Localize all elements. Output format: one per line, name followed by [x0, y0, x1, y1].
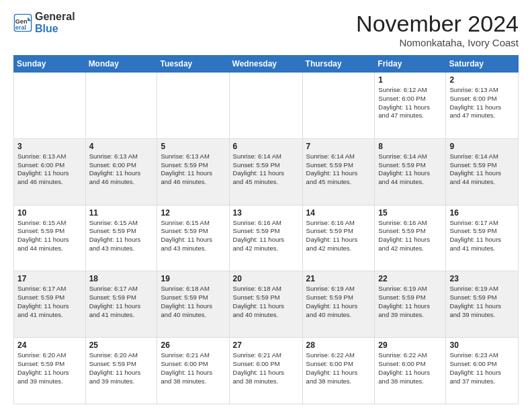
- table-cell: 8Sunrise: 6:14 AM Sunset: 5:59 PM Daylig…: [375, 138, 446, 205]
- col-monday: Monday: [85, 56, 157, 73]
- table-cell: 18Sunrise: 6:17 AM Sunset: 5:59 PM Dayli…: [85, 271, 157, 338]
- table-cell: [302, 73, 375, 139]
- table-cell: 30Sunrise: 6:23 AM Sunset: 6:00 PM Dayli…: [446, 338, 519, 404]
- day-info: Sunrise: 6:14 AM Sunset: 5:59 PM Dayligh…: [378, 152, 430, 185]
- day-info: Sunrise: 6:19 AM Sunset: 5:59 PM Dayligh…: [378, 285, 430, 318]
- col-friday: Friday: [375, 56, 446, 73]
- col-saturday: Saturday: [446, 56, 519, 73]
- table-cell: 15Sunrise: 6:16 AM Sunset: 5:59 PM Dayli…: [375, 205, 446, 271]
- table-cell: 14Sunrise: 6:16 AM Sunset: 5:59 PM Dayli…: [302, 205, 375, 271]
- day-number: 22: [378, 274, 442, 283]
- week-row-2: 3Sunrise: 6:13 AM Sunset: 6:00 PM Daylig…: [14, 138, 519, 205]
- day-info: Sunrise: 6:14 AM Sunset: 5:59 PM Dayligh…: [306, 152, 358, 185]
- day-number: 25: [89, 340, 154, 350]
- day-info: Sunrise: 6:15 AM Sunset: 5:59 PM Dayligh…: [161, 219, 212, 252]
- day-info: Sunrise: 6:20 AM Sunset: 5:59 PM Dayligh…: [17, 351, 69, 384]
- table-cell: 11Sunrise: 6:15 AM Sunset: 5:59 PM Dayli…: [85, 205, 157, 271]
- month-title: November 2024: [356, 11, 519, 37]
- day-info: Sunrise: 6:13 AM Sunset: 6:00 PM Dayligh…: [449, 86, 501, 119]
- table-cell: 29Sunrise: 6:22 AM Sunset: 6:00 PM Dayli…: [375, 338, 446, 404]
- day-number: 1: [378, 75, 442, 85]
- location: Nomonkataha, Ivory Coast: [356, 37, 519, 48]
- title-section: November 2024 Nomonkataha, Ivory Coast: [356, 11, 519, 48]
- week-row-4: 17Sunrise: 6:17 AM Sunset: 5:59 PM Dayli…: [14, 271, 519, 338]
- logo-text: General Blue: [35, 11, 75, 36]
- day-info: Sunrise: 6:19 AM Sunset: 5:59 PM Dayligh…: [449, 285, 501, 318]
- table-cell: 25Sunrise: 6:20 AM Sunset: 5:59 PM Dayli…: [85, 338, 157, 404]
- day-info: Sunrise: 6:14 AM Sunset: 5:59 PM Dayligh…: [233, 152, 285, 185]
- day-number: 5: [161, 142, 225, 151]
- table-cell: 6Sunrise: 6:14 AM Sunset: 5:59 PM Daylig…: [229, 138, 302, 205]
- table-cell: 7Sunrise: 6:14 AM Sunset: 5:59 PM Daylig…: [302, 138, 375, 205]
- table-cell: 3Sunrise: 6:13 AM Sunset: 6:00 PM Daylig…: [14, 138, 86, 205]
- table-cell: 10Sunrise: 6:15 AM Sunset: 5:59 PM Dayli…: [14, 205, 86, 271]
- day-number: 11: [89, 208, 154, 218]
- day-info: Sunrise: 6:22 AM Sunset: 6:00 PM Dayligh…: [306, 351, 358, 384]
- day-number: 2: [449, 75, 515, 85]
- day-number: 27: [233, 340, 299, 350]
- day-number: 13: [233, 208, 299, 218]
- table-cell: 12Sunrise: 6:15 AM Sunset: 5:59 PM Dayli…: [157, 205, 229, 271]
- day-number: 4: [89, 142, 154, 151]
- table-cell: 28Sunrise: 6:22 AM Sunset: 6:00 PM Dayli…: [302, 338, 375, 404]
- day-info: Sunrise: 6:15 AM Sunset: 5:59 PM Dayligh…: [89, 219, 141, 252]
- table-cell: 2Sunrise: 6:13 AM Sunset: 6:00 PM Daylig…: [446, 73, 519, 139]
- logo-icon: Gen eral: [13, 13, 32, 32]
- day-number: 24: [17, 340, 82, 350]
- day-number: 12: [161, 208, 225, 218]
- table-cell: 26Sunrise: 6:21 AM Sunset: 6:00 PM Dayli…: [157, 338, 229, 404]
- day-info: Sunrise: 6:17 AM Sunset: 5:59 PM Dayligh…: [449, 219, 501, 252]
- table-cell: [85, 73, 157, 139]
- day-info: Sunrise: 6:13 AM Sunset: 6:00 PM Dayligh…: [17, 152, 69, 185]
- day-info: Sunrise: 6:16 AM Sunset: 5:59 PM Dayligh…: [233, 219, 285, 252]
- day-number: 18: [89, 274, 154, 283]
- col-tuesday: Tuesday: [157, 56, 229, 73]
- week-row-3: 10Sunrise: 6:15 AM Sunset: 5:59 PM Dayli…: [14, 205, 519, 271]
- week-row-5: 24Sunrise: 6:20 AM Sunset: 5:59 PM Dayli…: [14, 338, 519, 404]
- day-info: Sunrise: 6:23 AM Sunset: 6:00 PM Dayligh…: [449, 351, 501, 384]
- table-cell: 24Sunrise: 6:20 AM Sunset: 5:59 PM Dayli…: [14, 338, 86, 404]
- day-number: 29: [378, 340, 442, 350]
- day-info: Sunrise: 6:13 AM Sunset: 5:59 PM Dayligh…: [161, 152, 212, 185]
- day-number: 19: [161, 274, 225, 283]
- day-number: 17: [17, 274, 82, 283]
- table-cell: 1Sunrise: 6:12 AM Sunset: 6:00 PM Daylig…: [375, 73, 446, 139]
- calendar-header-row: Sunday Monday Tuesday Wednesday Thursday…: [14, 56, 519, 73]
- day-number: 21: [306, 274, 371, 283]
- table-cell: 22Sunrise: 6:19 AM Sunset: 5:59 PM Dayli…: [375, 271, 446, 338]
- day-info: Sunrise: 6:19 AM Sunset: 5:59 PM Dayligh…: [306, 285, 358, 318]
- day-info: Sunrise: 6:15 AM Sunset: 5:59 PM Dayligh…: [17, 219, 69, 252]
- table-cell: 19Sunrise: 6:18 AM Sunset: 5:59 PM Dayli…: [157, 271, 229, 338]
- header: Gen eral General Blue November 2024 Nomo…: [13, 11, 519, 48]
- day-info: Sunrise: 6:16 AM Sunset: 5:59 PM Dayligh…: [306, 219, 358, 252]
- day-number: 20: [233, 274, 299, 283]
- day-number: 6: [233, 142, 299, 151]
- day-info: Sunrise: 6:17 AM Sunset: 5:59 PM Dayligh…: [89, 285, 141, 318]
- day-number: 7: [306, 142, 371, 151]
- day-number: 23: [449, 274, 515, 283]
- day-info: Sunrise: 6:12 AM Sunset: 6:00 PM Dayligh…: [378, 86, 430, 119]
- day-info: Sunrise: 6:21 AM Sunset: 6:00 PM Dayligh…: [233, 351, 285, 384]
- day-info: Sunrise: 6:17 AM Sunset: 5:59 PM Dayligh…: [17, 285, 69, 318]
- svg-text:eral: eral: [15, 24, 26, 31]
- table-cell: 27Sunrise: 6:21 AM Sunset: 6:00 PM Dayli…: [229, 338, 302, 404]
- table-cell: 4Sunrise: 6:13 AM Sunset: 6:00 PM Daylig…: [85, 138, 157, 205]
- day-number: 15: [378, 208, 442, 218]
- table-cell: 16Sunrise: 6:17 AM Sunset: 5:59 PM Dayli…: [446, 205, 519, 271]
- week-row-1: 1Sunrise: 6:12 AM Sunset: 6:00 PM Daylig…: [14, 73, 519, 139]
- table-cell: 5Sunrise: 6:13 AM Sunset: 5:59 PM Daylig…: [157, 138, 229, 205]
- day-number: 28: [306, 340, 371, 350]
- table-cell: 20Sunrise: 6:18 AM Sunset: 5:59 PM Dayli…: [229, 271, 302, 338]
- day-info: Sunrise: 6:14 AM Sunset: 5:59 PM Dayligh…: [449, 152, 501, 185]
- calendar-table: Sunday Monday Tuesday Wednesday Thursday…: [13, 55, 519, 404]
- day-number: 14: [306, 208, 371, 218]
- day-info: Sunrise: 6:20 AM Sunset: 5:59 PM Dayligh…: [89, 351, 141, 384]
- logo: Gen eral General Blue: [13, 11, 75, 36]
- table-cell: 13Sunrise: 6:16 AM Sunset: 5:59 PM Dayli…: [229, 205, 302, 271]
- table-cell: [157, 73, 229, 139]
- day-number: 26: [161, 340, 225, 350]
- table-cell: 17Sunrise: 6:17 AM Sunset: 5:59 PM Dayli…: [14, 271, 86, 338]
- day-info: Sunrise: 6:18 AM Sunset: 5:59 PM Dayligh…: [161, 285, 212, 318]
- day-number: 9: [449, 142, 515, 151]
- table-cell: 21Sunrise: 6:19 AM Sunset: 5:59 PM Dayli…: [302, 271, 375, 338]
